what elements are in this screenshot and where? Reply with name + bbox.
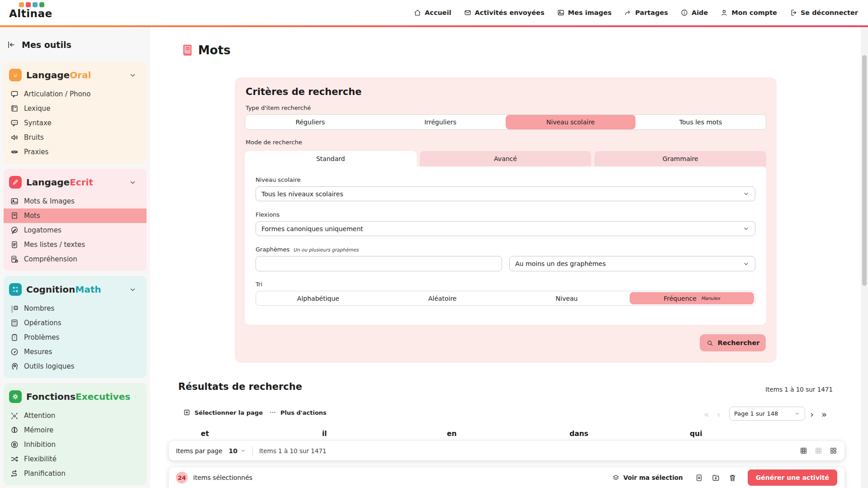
trash-icon[interactable] <box>728 474 737 482</box>
sort-option-aleatoire[interactable]: Aléatoire <box>380 291 505 305</box>
sidebar-item-memoire[interactable]: Mémoire <box>4 423 147 437</box>
sidebar-item-outils-logiques[interactable]: Outils logiques <box>4 359 147 374</box>
sidebar-item-lexique[interactable]: Lexique <box>4 101 147 116</box>
chevron-down-icon[interactable] <box>129 179 137 186</box>
nav-home[interactable]: Accueil <box>413 9 451 17</box>
sidebar-item-label: Compréhension <box>24 255 77 263</box>
logo-dots-icon <box>19 2 52 7</box>
item-type-option-tous-les-mots[interactable]: Tous les mots <box>636 115 766 129</box>
pencil-bubble-icon <box>10 226 19 235</box>
graphemes-mode-select[interactable]: Au moins un des graphèmes <box>509 256 755 271</box>
nav-logout[interactable]: Se déconnecter <box>789 9 858 17</box>
result-word[interactable]: il <box>322 430 327 438</box>
item-type-option-niveau-scolaire[interactable]: Niveau scolaire <box>506 115 636 129</box>
brain-icon <box>10 426 19 435</box>
item-type-option-irreguliers[interactable]: Irréguliers <box>375 115 506 129</box>
pagination-last-button[interactable]: » <box>821 407 827 421</box>
sidebar-item-planification[interactable]: Planification <box>4 466 147 481</box>
sidebar-item-problemes[interactable]: ? Problèmes <box>4 330 147 345</box>
sidebar-item-operations[interactable]: Opérations <box>4 316 147 330</box>
pagination-prev-button[interactable]: ‹ <box>717 407 721 421</box>
section-langage-ecrit-header[interactable]: LangageEcrit <box>4 173 147 194</box>
sidebar-item-mots[interactable]: Mots <box>4 208 147 223</box>
tab-standard[interactable]: Standard <box>245 151 417 166</box>
compact-grid-view-icon[interactable] <box>815 447 822 455</box>
sort-option-niveau[interactable]: Niveau <box>505 291 629 305</box>
logout-icon <box>789 9 797 17</box>
result-word[interactable]: dans <box>569 430 588 438</box>
sidebar-item-nombres[interactable]: 123 Nombres <box>4 301 147 316</box>
result-word[interactable]: en <box>447 430 457 438</box>
add-to-folder-icon[interactable] <box>711 474 720 482</box>
import-selection-icon[interactable] <box>695 474 703 482</box>
tab-avance[interactable]: Avancé <box>420 151 592 166</box>
per-page-select[interactable]: 10 <box>228 447 246 455</box>
section-cognition-math-header[interactable]: CognitionMath <box>4 280 147 301</box>
graphemes-input[interactable] <box>256 256 502 271</box>
vertical-scrollbar-track[interactable] <box>861 27 868 488</box>
selection-bar: 24 items sélectionnés Voir ma sélection … <box>169 467 844 488</box>
range-label: Items 1 à 10 sur 1471 <box>259 447 327 455</box>
more-actions-button[interactable]: Plus d'actions <box>269 408 327 417</box>
sidebar-item-mots-images[interactable]: Mots & Images <box>4 194 147 208</box>
sidebar-item-label: Nombres <box>24 304 54 313</box>
table-view-icon[interactable] <box>800 447 807 455</box>
flexions-select[interactable]: Formes canoniques uniquement <box>256 221 755 236</box>
sidebar-item-label: Mots & Images <box>24 197 75 205</box>
result-word[interactable]: et <box>201 430 209 438</box>
sidebar-item-comprehension[interactable]: Compréhension <box>4 252 147 266</box>
sidebar-header: Mes outils <box>6 40 150 50</box>
brand-logo[interactable]: Altinae <box>9 2 52 19</box>
view-selection-button[interactable]: Voir ma sélection <box>612 474 683 482</box>
sort-option-frequence[interactable]: Fréquence Manulex <box>630 292 754 304</box>
school-level-value: Tous les niveaux scolaires <box>261 190 743 198</box>
generate-activity-button[interactable]: Générer une activité <box>748 469 837 486</box>
nav-shares[interactable]: Partages <box>624 9 668 17</box>
nav-help[interactable]: Aide <box>680 9 708 17</box>
search-icon <box>706 339 714 347</box>
search-button[interactable]: Rechercher <box>700 334 766 351</box>
select-page-button[interactable]: Sélectionner la page <box>183 408 263 417</box>
nav-shares-label: Partages <box>635 9 668 16</box>
card-grid-view-icon[interactable] <box>830 447 837 455</box>
sidebar-item-label: Flexibilité <box>24 455 57 463</box>
nav-sent-activities[interactable]: Activités envoyées <box>464 9 545 17</box>
collapse-sidebar-icon[interactable] <box>6 40 16 50</box>
sidebar-item-articulation-phono[interactable]: Articulation / Phono <box>4 87 147 101</box>
sidebar-item-attention[interactable]: Attention <box>4 408 147 423</box>
result-word[interactable]: qui <box>690 430 702 438</box>
brand-name: Altinae <box>9 8 52 19</box>
sidebar-item-syntaxe[interactable]: Syntaxe <box>4 116 147 130</box>
chevron-down-icon[interactable] <box>129 286 137 294</box>
sidebar-item-mes-listes-textes[interactable]: Mes listes / textes <box>4 237 147 252</box>
nav-logout-label: Se déconnecter <box>801 9 858 16</box>
sidebar-item-praxies[interactable]: Praxies <box>4 145 147 159</box>
chevron-down-icon[interactable] <box>135 393 137 401</box>
section-title: Cognition <box>26 284 75 295</box>
section-fonctions-executives-header[interactable]: FonctionsExecutives <box>4 388 147 408</box>
sidebar-item-mesures[interactable]: Mesures <box>4 345 147 359</box>
nav-my-images[interactable]: Mes images <box>557 9 612 17</box>
sidebar-item-label: Inhibition <box>24 441 56 449</box>
vertical-scrollbar-thumb[interactable] <box>862 55 867 286</box>
sidebar-item-logatomes[interactable]: Logatomes <box>4 223 147 237</box>
sidebar-item-bruits[interactable]: Bruits <box>4 130 147 145</box>
gauge-icon <box>10 347 19 356</box>
sort-option-alphabetique[interactable]: Alphabétique <box>256 291 380 305</box>
sidebar-item-flexibilite[interactable]: Flexibilité <box>4 452 147 466</box>
graphemes-hint: Un ou plusieurs graphèmes <box>293 247 358 252</box>
tab-grammaire[interactable]: Grammaire <box>594 151 766 166</box>
pagination-page-select[interactable]: Page 1 sur 148 <box>729 407 805 421</box>
eye-arrows-icon <box>10 411 19 420</box>
item-type-option-reguliers[interactable]: Réguliers <box>245 115 375 129</box>
section-langage-oral-header[interactable]: LangageOral <box>4 66 147 87</box>
school-level-select[interactable]: Tous les niveaux scolaires <box>256 186 755 201</box>
section-title: Fonctions <box>26 391 76 402</box>
chevron-down-icon[interactable] <box>129 71 137 79</box>
nav-account[interactable]: Mon compte <box>720 9 777 17</box>
home-icon <box>413 9 422 17</box>
results-title: Résultats de recherche <box>178 381 302 392</box>
sidebar-item-inhibition[interactable]: Inhibition <box>4 437 147 452</box>
pagination-first-button[interactable]: « <box>704 407 709 421</box>
pagination-next-button[interactable]: › <box>810 407 814 421</box>
